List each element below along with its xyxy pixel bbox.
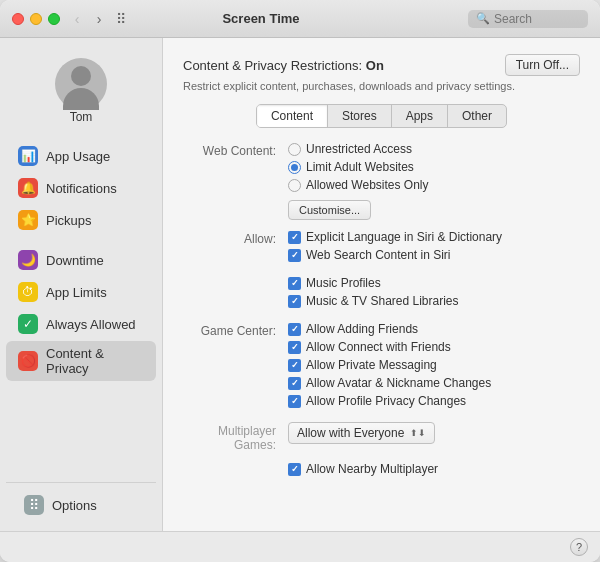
profiles-label bbox=[183, 276, 288, 278]
checkbox-avatar-changes bbox=[288, 377, 301, 390]
game-center-row: Game Center: Allow Adding Friends Allow … bbox=[183, 322, 580, 412]
allow-connect-friends[interactable]: Allow Connect with Friends bbox=[288, 340, 580, 354]
allow-item-label: Explicit Language in Siri & Dictionary bbox=[306, 230, 502, 244]
game-center-label: Allow Adding Friends bbox=[306, 322, 418, 336]
checkbox-private-messaging bbox=[288, 359, 301, 372]
radio-circle-selected bbox=[288, 161, 301, 174]
sidebar-item-label: Always Allowed bbox=[46, 317, 136, 332]
allow-adding-friends[interactable]: Allow Adding Friends bbox=[288, 322, 580, 336]
sidebar-item-notifications[interactable]: 🔔 Notifications bbox=[6, 173, 156, 203]
turn-off-button[interactable]: Turn Off... bbox=[505, 54, 580, 76]
sidebar-item-label: Notifications bbox=[46, 181, 117, 196]
sidebar-item-content-privacy[interactable]: 🚫 Content & Privacy bbox=[6, 341, 156, 381]
close-button[interactable] bbox=[12, 13, 24, 25]
nearby-label-empty bbox=[183, 462, 288, 464]
sidebar-item-downtime[interactable]: 🌙 Downtime bbox=[6, 245, 156, 275]
tab-other[interactable]: Other bbox=[448, 105, 506, 127]
game-center-label: Allow Avatar & Nickname Changes bbox=[306, 376, 491, 390]
search-icon: 🔍 bbox=[476, 12, 490, 25]
allow-label: Allow: bbox=[183, 230, 288, 246]
allow-items: Explicit Language in Siri & Dictionary W… bbox=[288, 230, 580, 266]
radio-label: Unrestricted Access bbox=[306, 142, 412, 156]
app-usage-icon: 📊 bbox=[18, 146, 38, 166]
multiplayer-content: Allow with Everyone ⬆⬇ bbox=[288, 422, 580, 444]
radio-label: Limit Adult Websites bbox=[306, 160, 414, 174]
game-center-label: Allow Connect with Friends bbox=[306, 340, 451, 354]
content-privacy-icon: 🚫 bbox=[18, 351, 38, 371]
web-content-label: Web Content: bbox=[183, 142, 288, 158]
checkbox-explicit bbox=[288, 231, 301, 244]
search-input[interactable] bbox=[494, 12, 584, 26]
sidebar-item-options[interactable]: ⠿ Options bbox=[12, 490, 150, 520]
radio-label: Allowed Websites Only bbox=[306, 178, 429, 192]
allow-nearby-multiplayer[interactable]: Allow Nearby Multiplayer bbox=[288, 462, 580, 476]
radio-circle bbox=[288, 179, 301, 192]
music-tv-libraries[interactable]: Music & TV Shared Libraries bbox=[288, 294, 580, 308]
music-profiles[interactable]: Music Profiles bbox=[288, 276, 580, 290]
game-center-items: Allow Adding Friends Allow Connect with … bbox=[288, 322, 580, 412]
minimize-button[interactable] bbox=[30, 13, 42, 25]
profile-item-label: Music & TV Shared Libraries bbox=[306, 294, 459, 308]
game-center-label: Allow Profile Privacy Changes bbox=[306, 394, 466, 408]
checkbox-nearby bbox=[288, 463, 301, 476]
radio-circle bbox=[288, 143, 301, 156]
profile-item-label: Music Profiles bbox=[306, 276, 381, 290]
nearby-row: Allow Nearby Multiplayer bbox=[183, 462, 580, 480]
allow-profile-changes[interactable]: Allow Profile Privacy Changes bbox=[288, 394, 580, 408]
restriction-title: Content & Privacy Restrictions: On bbox=[183, 58, 384, 73]
profiles-items: Music Profiles Music & TV Shared Librari… bbox=[288, 276, 580, 312]
user-name: Tom bbox=[70, 110, 93, 124]
allow-avatar-changes[interactable]: Allow Avatar & Nickname Changes bbox=[288, 376, 580, 390]
sidebar-item-app-limits[interactable]: ⏱ App Limits bbox=[6, 277, 156, 307]
sidebar-item-label: Content & Privacy bbox=[46, 346, 144, 376]
checkbox-adding-friends bbox=[288, 323, 301, 336]
avatar bbox=[55, 58, 107, 110]
select-box[interactable]: Allow with Everyone ⬆⬇ bbox=[288, 422, 435, 444]
sidebar-item-pickups[interactable]: ⭐ Pickups bbox=[6, 205, 156, 235]
tab-apps[interactable]: Apps bbox=[392, 105, 448, 127]
customise-button[interactable]: Customise... bbox=[288, 200, 371, 220]
avatar-head bbox=[71, 66, 91, 86]
allow-explicit-language[interactable]: Explicit Language in Siri & Dictionary bbox=[288, 230, 580, 244]
sidebar-item-label: App Limits bbox=[46, 285, 107, 300]
sidebar-item-label: Downtime bbox=[46, 253, 104, 268]
sidebar-item-always-allowed[interactable]: ✓ Always Allowed bbox=[6, 309, 156, 339]
multiplayer-dropdown[interactable]: Allow with Everyone ⬆⬇ bbox=[288, 422, 580, 444]
sidebar-item-label: Options bbox=[52, 498, 97, 513]
nearby-content: Allow Nearby Multiplayer bbox=[288, 462, 580, 480]
checkbox-web-search bbox=[288, 249, 301, 262]
radio-limit-adult[interactable]: Limit Adult Websites bbox=[288, 160, 580, 174]
allow-row: Allow: Explicit Language in Siri & Dicti… bbox=[183, 230, 580, 266]
search-box[interactable]: 🔍 bbox=[468, 10, 588, 28]
game-center-label: Allow Private Messaging bbox=[306, 358, 437, 372]
traffic-lights bbox=[12, 13, 60, 25]
sidebar-item-label: Pickups bbox=[46, 213, 92, 228]
sidebar-item-app-usage[interactable]: 📊 App Usage bbox=[6, 141, 156, 171]
multiplayer-label: Multiplayer Games: bbox=[183, 422, 288, 452]
titlebar: ‹ › ⠿ Screen Time 🔍 bbox=[0, 0, 600, 38]
radio-unrestricted[interactable]: Unrestricted Access bbox=[288, 142, 580, 156]
checkbox-profile-changes bbox=[288, 395, 301, 408]
game-center-label: Game Center: bbox=[183, 322, 288, 338]
content-area: Tom 📊 App Usage 🔔 Notifications ⭐ Pickup… bbox=[0, 38, 600, 531]
allow-item-label: Web Search Content in Siri bbox=[306, 248, 451, 262]
sidebar-item-label: App Usage bbox=[46, 149, 110, 164]
allow-web-search[interactable]: Web Search Content in Siri bbox=[288, 248, 580, 262]
bottom-bar: ? bbox=[0, 531, 600, 562]
web-content-options: Unrestricted Access Limit Adult Websites… bbox=[288, 142, 580, 220]
user-section: Tom bbox=[0, 48, 162, 140]
select-arrows-icon: ⬆⬇ bbox=[410, 428, 426, 438]
tab-content[interactable]: Content bbox=[257, 105, 328, 127]
checkbox-connect-friends bbox=[288, 341, 301, 354]
checkbox-music-tv bbox=[288, 295, 301, 308]
radio-allowed-only[interactable]: Allowed Websites Only bbox=[288, 178, 580, 192]
options-icon: ⠿ bbox=[24, 495, 44, 515]
help-button[interactable]: ? bbox=[570, 538, 588, 556]
downtime-icon: 🌙 bbox=[18, 250, 38, 270]
select-value: Allow with Everyone bbox=[297, 426, 404, 440]
web-content-row: Web Content: Unrestricted Access Limit A… bbox=[183, 142, 580, 220]
restriction-header: Content & Privacy Restrictions: On Turn … bbox=[183, 54, 580, 76]
allow-private-messaging[interactable]: Allow Private Messaging bbox=[288, 358, 580, 372]
sidebar-separator bbox=[0, 236, 162, 244]
tab-stores[interactable]: Stores bbox=[328, 105, 392, 127]
